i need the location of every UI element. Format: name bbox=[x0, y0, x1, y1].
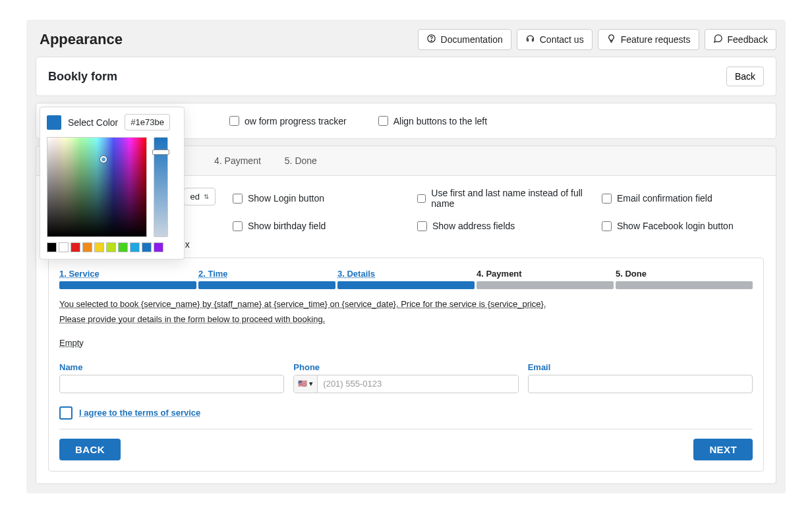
palette-chip-9[interactable] bbox=[154, 242, 163, 252]
show-facebook-checkbox[interactable]: Show Facebook login button bbox=[602, 221, 773, 231]
feedback-button[interactable]: Feedback bbox=[705, 29, 776, 50]
step-bar-2 bbox=[198, 281, 335, 289]
visibility-select[interactable]: ed bbox=[184, 188, 216, 206]
show-facebook-input[interactable] bbox=[602, 221, 612, 231]
align-left-label: Align buttons to the left bbox=[393, 116, 487, 126]
palette-chip-8[interactable] bbox=[142, 242, 152, 252]
align-left-checkbox[interactable]: Align buttons to the left bbox=[378, 113, 487, 129]
show-login-checkbox[interactable]: Show Login button bbox=[233, 188, 404, 209]
show-progress-label: ow form progress tracker bbox=[245, 116, 347, 126]
contact-label: Contact us bbox=[540, 34, 584, 45]
svg-point-1 bbox=[431, 40, 432, 41]
card-title: Bookly form bbox=[48, 70, 117, 84]
step-details[interactable]: 3. Details bbox=[337, 269, 475, 281]
preview-back-button[interactable]: BACK bbox=[59, 439, 121, 460]
features-label: Feature requests bbox=[621, 34, 691, 45]
flag-icon: 🇺🇸 bbox=[298, 379, 307, 388]
palette-row bbox=[47, 242, 177, 252]
step-done[interactable]: 5. Done bbox=[616, 269, 753, 281]
preview-next-button[interactable]: NEXT bbox=[693, 439, 753, 460]
header-buttons: Documentation Contact us Feature request… bbox=[418, 29, 776, 50]
phone-input[interactable] bbox=[318, 375, 517, 393]
show-facebook-label: Show Facebook login button bbox=[617, 221, 734, 231]
show-birthday-input[interactable] bbox=[233, 221, 243, 231]
chat-icon bbox=[713, 34, 723, 45]
palette-chip-5[interactable] bbox=[106, 242, 116, 252]
headset-icon bbox=[525, 34, 535, 45]
palette-chip-1[interactable] bbox=[59, 242, 69, 252]
show-address-label: Show address fields bbox=[432, 221, 515, 231]
saturation-square[interactable] bbox=[47, 137, 147, 237]
summary-line-2[interactable]: Please provide your details in the form … bbox=[59, 314, 753, 326]
progress-tracker: 1. Service 2. Time 3. Details 4. Payment bbox=[59, 269, 753, 289]
page-title: Appearance bbox=[40, 31, 123, 48]
chevron-down-icon: ▾ bbox=[309, 379, 313, 388]
palette-chip-4[interactable] bbox=[94, 242, 104, 252]
empty-placeholder[interactable]: Empty bbox=[59, 338, 753, 348]
email-confirmation-checkbox[interactable]: Email confirmation field bbox=[602, 188, 773, 209]
hue-slider[interactable] bbox=[154, 137, 168, 237]
contact-button[interactable]: Contact us bbox=[517, 29, 593, 50]
country-select[interactable]: 🇺🇸 ▾ bbox=[294, 375, 318, 393]
use-first-last-checkbox[interactable]: Use first and last name instead of full … bbox=[417, 188, 589, 209]
feature-requests-button[interactable]: Feature requests bbox=[598, 29, 699, 50]
palette-chip-3[interactable] bbox=[82, 242, 92, 252]
step-bar-4 bbox=[477, 281, 614, 289]
terms-checkbox[interactable] bbox=[59, 406, 72, 420]
show-birthday-label: Show birthday field bbox=[248, 221, 326, 231]
visibility-select-value: ed bbox=[190, 192, 200, 202]
show-address-checkbox[interactable]: Show address fields bbox=[417, 221, 589, 231]
step-time[interactable]: 2. Time bbox=[198, 269, 335, 281]
color-picker-popover[interactable]: Select Color #1e73be bbox=[40, 107, 185, 260]
palette-chip-2[interactable] bbox=[71, 242, 80, 252]
color-hex-input[interactable]: #1e73be bbox=[125, 114, 170, 130]
hue-handle[interactable] bbox=[152, 150, 169, 155]
help-icon bbox=[426, 34, 436, 45]
documentation-label: Documentation bbox=[441, 34, 503, 45]
show-login-input[interactable] bbox=[233, 194, 243, 204]
email-confirmation-input[interactable] bbox=[602, 194, 612, 204]
back-button[interactable]: Back bbox=[726, 67, 764, 86]
color-swatch-icon bbox=[47, 115, 61, 130]
email-input[interactable] bbox=[528, 375, 753, 393]
name-input[interactable] bbox=[59, 375, 284, 393]
tab-payment[interactable]: 4. Payment bbox=[212, 146, 264, 175]
email-confirmation-label: Email confirmation field bbox=[617, 193, 712, 204]
palette-chip-0[interactable] bbox=[47, 242, 57, 252]
show-progress-input[interactable] bbox=[229, 116, 239, 126]
show-progress-checkbox[interactable]: ow form progress tracker bbox=[229, 113, 347, 129]
documentation-button[interactable]: Documentation bbox=[418, 29, 511, 50]
feedback-label: Feedback bbox=[728, 34, 768, 45]
align-left-input[interactable] bbox=[378, 116, 388, 126]
phone-label: Phone bbox=[293, 362, 518, 372]
step-bar-1 bbox=[59, 281, 196, 289]
tab-done[interactable]: 5. Done bbox=[282, 146, 320, 175]
email-label: Email bbox=[528, 362, 753, 372]
palette-chip-6[interactable] bbox=[118, 242, 128, 252]
show-login-label: Show Login button bbox=[248, 193, 324, 204]
terms-label[interactable]: I agree to the terms of service bbox=[79, 408, 200, 418]
color-select-label: Select Color bbox=[68, 117, 118, 128]
palette-chip-7[interactable] bbox=[130, 242, 140, 252]
show-birthday-checkbox[interactable]: Show birthday field bbox=[233, 221, 404, 231]
lightbulb-icon bbox=[606, 34, 616, 45]
use-first-last-label: Use first and last name instead of full … bbox=[431, 188, 589, 209]
show-address-input[interactable] bbox=[417, 221, 427, 231]
step-bar-5 bbox=[616, 281, 753, 289]
name-label: Name bbox=[59, 362, 284, 372]
summary-line-1[interactable]: You selected to book {service_name} by {… bbox=[59, 298, 753, 311]
saturation-cursor[interactable] bbox=[100, 156, 107, 163]
form-preview: 1. Service 2. Time 3. Details 4. Payment bbox=[48, 258, 764, 472]
step-payment[interactable]: 4. Payment bbox=[477, 269, 614, 281]
step-service[interactable]: 1. Service bbox=[59, 269, 196, 281]
step-bar-3 bbox=[337, 281, 475, 289]
use-first-last-input[interactable] bbox=[417, 194, 426, 204]
